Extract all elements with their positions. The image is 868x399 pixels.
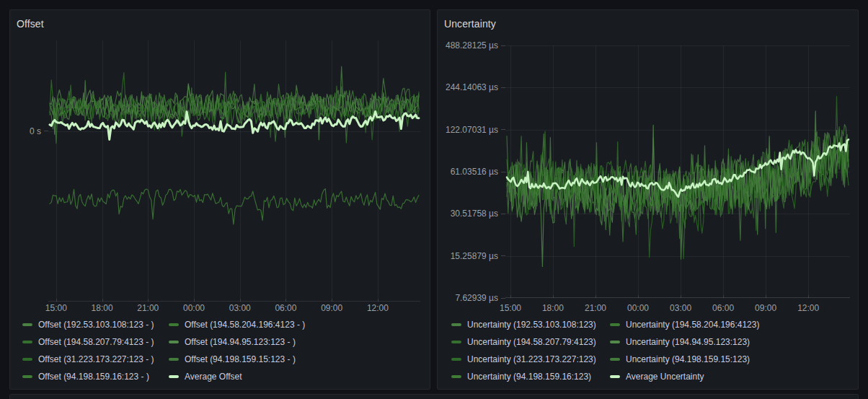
x-axis-label: 15:00 [45,303,67,313]
legend-series-label: Average Offset [185,372,242,382]
panel-uncertainty: Uncertainty 488.28125 µs244.14063 µs122.… [437,9,859,390]
legend: Uncertainty (192.53.103.108:123)Uncertai… [451,316,759,385]
x-axis-label: 06:00 [712,303,734,313]
legend-item[interactable]: Uncertainty (94.198.159.16:123) [451,372,610,382]
legend-item[interactable]: Uncertainty (194.58.204.196:4123) [610,320,759,330]
x-axis-label: 09:00 [755,303,776,313]
chart-canvas[interactable] [505,45,850,298]
legend-series-label: Uncertainty (31.223.173.227:123) [467,354,596,364]
y-axis-label: 488.28125 µs [446,40,505,51]
x-axis-label: 21:00 [585,303,606,313]
legend-series-label: Uncertainty (194.58.207.79:4123) [467,337,596,347]
x-axis-label: 06:00 [275,303,296,313]
x-axis: 15:0018:0021:0000:0003:0006:0009:0012:00 [505,303,850,315]
legend-series-marker [22,341,32,343]
legend-series-label: Offset (194.94.95.123:123 - ) [185,337,296,347]
legend-series-marker [169,375,179,378]
legend-series-marker [451,375,461,378]
legend-item[interactable]: Offset (194.58.204.196:4123 - ) [169,320,305,330]
panel-header: Offset [10,10,430,38]
x-axis: 15:0018:0021:0000:0003:0006:0009:0012:00 [48,303,420,315]
legend-series-label: Uncertainty (192.53.103.108:123) [467,320,596,330]
legend-item[interactable]: Uncertainty (194.58.207.79:4123) [451,337,610,347]
legend-series-marker [22,323,32,326]
legend-series-label: Uncertainty (94.198.159.15:123) [626,354,750,364]
legend-series-marker [169,323,179,326]
legend-series-marker [451,341,461,343]
y-axis-label: 61.03516 µs [451,166,505,177]
legend-item[interactable]: Offset (94.198.159.15:123 - ) [169,354,305,364]
legend-item[interactable]: Uncertainty (194.94.95.123:123) [610,337,759,347]
legend: Offset (192.53.103.108:123 - )Offset (19… [22,316,305,385]
legend-item[interactable]: Average Uncertainty [610,372,759,382]
x-axis-label: 21:00 [137,303,159,313]
legend-series-marker [610,375,620,378]
legend-series-label: Offset (31.223.173.227:123 - ) [38,354,154,364]
chart-canvas[interactable] [48,40,420,302]
legend-series-marker [610,341,620,343]
x-axis-label: 00:00 [183,303,205,313]
x-axis-label: 12:00 [367,303,389,313]
legend-series-label: Uncertainty (94.198.159.16:123) [467,372,591,382]
legend-series-label: Uncertainty (194.58.204.196:4123) [626,320,759,330]
x-axis-label: 03:00 [670,303,691,313]
legend-item[interactable]: Offset (192.53.103.108:123 - ) [22,320,169,330]
legend-item[interactable]: Uncertainty (192.53.103.108:123) [451,320,610,330]
legend-series-marker [610,323,620,326]
legend-series-label: Offset (94.198.159.16:123 - ) [38,372,149,382]
legend-series-marker [451,323,461,326]
legend-item[interactable]: Offset (94.198.159.16:123 - ) [22,372,169,382]
legend-item[interactable]: Offset (31.223.173.227:123 - ) [22,354,169,364]
legend-series-marker [451,358,461,361]
legend-item[interactable]: Uncertainty (94.198.159.15:123) [610,354,759,364]
y-axis-label: 15.25879 µs [451,250,505,262]
x-axis-label: 12:00 [797,303,819,313]
legend-series-label: Offset (194.58.207.79:4123 - ) [38,337,154,347]
x-axis-label: 15:00 [500,303,521,313]
y-axis: 0 s [10,40,48,302]
y-axis-label: 7.62939 µs [455,292,505,304]
legend-series-label: Average Uncertainty [626,372,704,382]
legend-series-label: Offset (94.198.159.15:123 - ) [185,354,296,364]
legend-item[interactable]: Offset (194.94.95.123:123 - ) [169,337,305,347]
x-axis-label: 18:00 [542,303,564,313]
panel-title[interactable]: Offset [17,18,44,30]
legend-series-label: Uncertainty (194.94.95.123:123) [626,337,750,347]
x-axis-label: 09:00 [321,303,342,313]
y-axis-label: 0 s [30,126,48,137]
panel-title[interactable]: Uncertainty [444,18,496,30]
legend-item[interactable]: Offset (194.58.207.79:4123 - ) [22,337,169,347]
legend-item[interactable]: Uncertainty (31.223.173.227:123) [451,354,610,364]
panel-offset: Offset 0 s 15:0018:0021:0000:0003:0006:0… [9,9,430,390]
legend-series-marker [169,358,179,361]
y-axis-label: 244.14063 µs [446,82,505,93]
y-axis-label: 122.07031 µs [446,124,505,136]
legend-series-label: Offset (194.58.204.196:4123 - ) [185,320,305,330]
y-axis: 488.28125 µs244.14063 µs122.07031 µs61.0… [438,45,505,298]
legend-series-marker [610,358,620,361]
x-axis-label: 00:00 [627,303,649,313]
legend-series-marker [22,358,32,361]
x-axis-label: 18:00 [92,303,113,313]
legend-series-marker [22,375,32,378]
x-axis-label: 03:00 [229,303,251,313]
legend-series-label: Offset (192.53.103.108:123 - ) [38,320,154,330]
y-axis-label: 30.51758 µs [451,208,505,219]
panel-header: Uncertainty [438,10,858,38]
legend-item[interactable]: Average Offset [169,372,305,382]
next-row-panel-edge [9,394,859,399]
legend-series-marker [169,341,179,343]
